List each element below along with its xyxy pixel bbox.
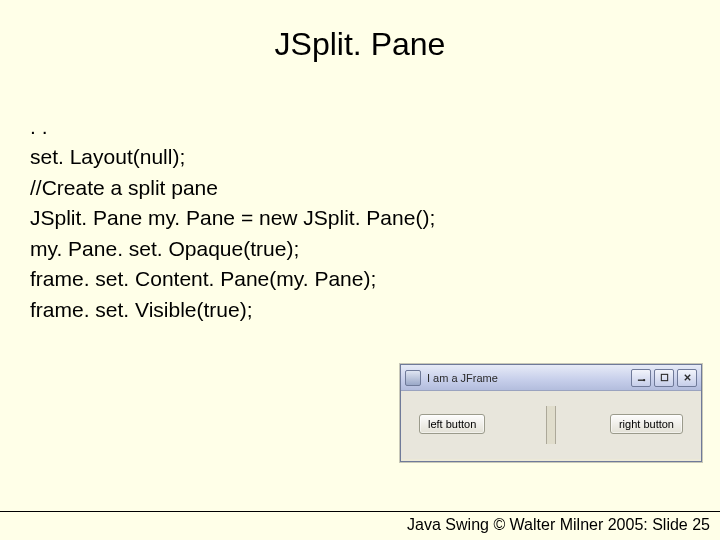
minimize-icon[interactable]: [631, 369, 651, 387]
java-cup-icon: [405, 370, 421, 386]
maximize-icon[interactable]: [654, 369, 674, 387]
slide-title: JSplit. Pane: [0, 0, 720, 63]
slide-footer: Java Swing © Walter Milner 2005: Slide 2…: [0, 511, 720, 540]
code-sample: . . set. Layout(null); //Create a split …: [30, 112, 435, 325]
jframe-window-controls: [631, 369, 697, 387]
jframe-titlebar: I am a JFrame: [401, 365, 701, 391]
svg-point-1: [643, 379, 645, 381]
split-right: right button: [560, 414, 683, 434]
right-button[interactable]: right button: [610, 414, 683, 434]
split-divider[interactable]: [546, 406, 556, 444]
left-button[interactable]: left button: [419, 414, 485, 434]
jframe-window: I am a JFrame left button right button: [400, 364, 702, 462]
jframe-content-pane: left button right button: [401, 391, 701, 459]
close-icon[interactable]: [677, 369, 697, 387]
svg-rect-2: [661, 374, 667, 380]
jframe-title-text: I am a JFrame: [427, 372, 631, 384]
split-pane: left button right button: [401, 391, 701, 459]
split-left: left button: [419, 414, 542, 434]
